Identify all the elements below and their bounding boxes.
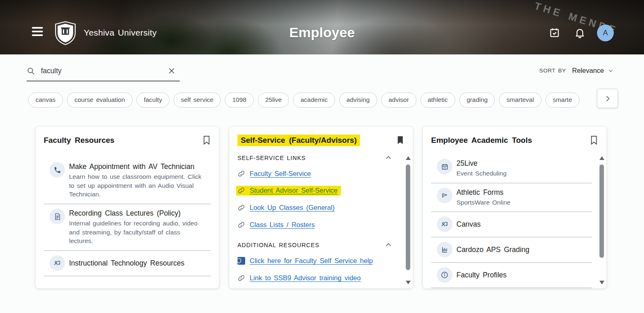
list-item-athletic-forms[interactable]: Athletic Forms SportsWare Online — [431, 183, 592, 212]
card-scrollbar — [405, 155, 411, 286]
bookmark-icon[interactable] — [202, 135, 211, 145]
app-header: THE MENDE Yeshiva University Employee A — [0, 0, 644, 54]
section-header: ADDITIONAL RESOURCES — [237, 241, 319, 248]
chip-academic[interactable]: academic — [293, 92, 335, 108]
pennant-icon — [437, 188, 452, 203]
chip-advising[interactable]: advising — [339, 92, 377, 108]
chip-1098[interactable]: 1098 — [225, 92, 253, 108]
link-label[interactable]: Link to SSB9 Advisor training video — [250, 274, 361, 282]
item-subtitle: SportsWare Online — [456, 198, 510, 207]
card-scrollbar — [599, 155, 605, 286]
collapse-chevron-up-icon[interactable] — [385, 241, 392, 249]
link-label-highlighted[interactable]: Student Advisor Self-Service — [250, 187, 338, 194]
instructor-icon — [437, 216, 452, 232]
item-title: Cardozo APS Grading — [456, 245, 529, 254]
list-item-faculty-profiles[interactable]: Faculty Profiles — [431, 263, 592, 288]
link-faculty-self-service[interactable]: Faculty Self-Service — [237, 169, 392, 179]
chip-smarteval-2[interactable]: smarte — [546, 92, 579, 108]
calendar-icon — [437, 159, 452, 174]
scrollbar-thumb[interactable] — [599, 164, 604, 258]
user-avatar[interactable]: A — [597, 25, 614, 41]
chip-faculty[interactable]: faculty — [136, 92, 170, 108]
filter-chips-row: canvas course evaluation faculty self se… — [28, 90, 619, 109]
card-employee-academic-tools: Employee Academic Tools 25Live Event Sch… — [423, 127, 606, 288]
item-title: 25Live — [456, 159, 507, 168]
list-item-cardozo-aps-grading[interactable]: Cardozo APS Grading — [431, 237, 592, 263]
link-student-advisor-self-service[interactable]: Student Advisor Self-Service — [236, 186, 341, 196]
info-icon — [437, 267, 452, 283]
link-icon — [237, 187, 245, 194]
instructor-icon — [49, 255, 65, 271]
link-icon — [237, 221, 245, 229]
item-title: Recording Class Lectures (Policy) — [69, 209, 204, 218]
chevron-down-icon — [608, 68, 614, 74]
card-self-service: Self-Service (Faculty/Advisors) SELF-SER… — [229, 127, 413, 288]
notifications-bell-icon[interactable] — [574, 27, 586, 38]
link-label[interactable]: Click here for Faculty Self Service help — [250, 257, 373, 265]
clear-search-icon[interactable] — [168, 67, 176, 75]
scroll-up-arrow[interactable] — [406, 156, 411, 160]
item-description: Internal guidelines for recording audio,… — [69, 219, 204, 245]
chip-athletic[interactable]: athletic — [420, 92, 455, 108]
page-title: Employee — [0, 25, 644, 41]
scrollbar-thumb[interactable] — [406, 164, 410, 270]
list-item-recording-lectures[interactable]: Recording Class Lectures (Policy) Intern… — [44, 204, 211, 251]
chip-course-evaluation[interactable]: course evaluation — [67, 92, 132, 108]
list-item-25live[interactable]: 25Live Event Scheduling — [431, 154, 592, 183]
scroll-down-arrow[interactable] — [406, 281, 411, 284]
link-label[interactable]: Faculty Self-Service — [250, 170, 311, 178]
search-icon — [27, 67, 35, 75]
item-title: Canvas — [456, 220, 481, 229]
yu-shield-favicon-icon — [237, 257, 245, 265]
link-icon — [237, 170, 245, 178]
bookmark-filled-icon[interactable] — [396, 135, 405, 145]
sort-by-dropdown[interactable]: SORT BY Relevance — [539, 67, 614, 74]
avatar-initial: A — [603, 29, 608, 37]
phone-icon — [49, 162, 65, 178]
chevron-right-icon — [604, 95, 612, 103]
list-item-av-technician[interactable]: Make Appointment with AV Technician Lear… — [44, 158, 211, 204]
item-subtitle: Event Scheduling — [456, 169, 507, 178]
chip-self-service[interactable]: self service — [174, 92, 221, 108]
item-title: Athletic Forms — [456, 188, 510, 197]
chip-canvas[interactable]: canvas — [28, 92, 63, 108]
list-item-review-1098t-w9s[interactable]: Review 1098T W9S Forms — [431, 288, 592, 288]
link-label[interactable]: Class Lists / Rosters — [250, 221, 315, 229]
link-faculty-self-service-help[interactable]: Click here for Faculty Self Service help — [237, 256, 392, 266]
link-ssb9-advisor-training-video[interactable]: Link to SSB9 Advisor training video — [237, 273, 392, 283]
scroll-up-arrow[interactable] — [599, 156, 604, 160]
card-title-highlighted: Self-Service (Faculty/Advisors) — [237, 135, 360, 146]
list-item-instructional-technology[interactable]: Instructional Technology Resources — [44, 251, 211, 276]
list-item-canvas[interactable]: Canvas — [431, 212, 592, 237]
chip-25live[interactable]: 25live — [258, 92, 289, 108]
bar-chart-icon — [437, 242, 452, 257]
item-title: Make Appointment with AV Technician — [69, 162, 204, 171]
bookmark-icon[interactable] — [590, 135, 598, 145]
item-title: Faculty Profiles — [456, 271, 507, 279]
chip-advisor[interactable]: advisor — [381, 92, 416, 108]
link-class-lists-rosters[interactable]: Class Lists / Rosters — [237, 220, 392, 230]
chips-scroll-right-button[interactable] — [597, 89, 618, 108]
item-title: Instructional Technology Resources — [69, 259, 184, 268]
tasks-calendar-icon[interactable] — [549, 27, 560, 38]
link-icon — [237, 204, 245, 212]
search-results-cards: Faculty Resources Make Appointment with … — [36, 127, 606, 288]
sort-by-label: SORT BY — [539, 68, 566, 74]
section-self-service-links: SELF-SERVICE LINKS — [237, 154, 392, 162]
chip-grading[interactable]: grading — [459, 92, 495, 108]
section-additional-resources: ADDITIONAL RESOURCES — [237, 241, 392, 249]
chip-smarteval[interactable]: smarteval — [499, 92, 541, 108]
card-title: Employee Academic Tools — [431, 136, 532, 145]
collapse-chevron-up-icon[interactable] — [385, 154, 392, 162]
link-look-up-classes[interactable]: Look Up Classes (General) — [237, 203, 392, 213]
sort-by-value: Relevance — [572, 67, 604, 74]
search-field — [27, 61, 180, 81]
search-input[interactable] — [41, 67, 168, 75]
link-label[interactable]: Look Up Classes (General) — [250, 204, 335, 212]
card-faculty-resources: Faculty Resources Make Appointment with … — [36, 127, 219, 288]
document-icon — [49, 209, 65, 224]
card-title: Faculty Resources — [44, 136, 114, 145]
link-icon — [237, 274, 245, 282]
section-header: SELF-SERVICE LINKS — [237, 154, 306, 161]
scroll-down-arrow[interactable] — [599, 281, 604, 284]
